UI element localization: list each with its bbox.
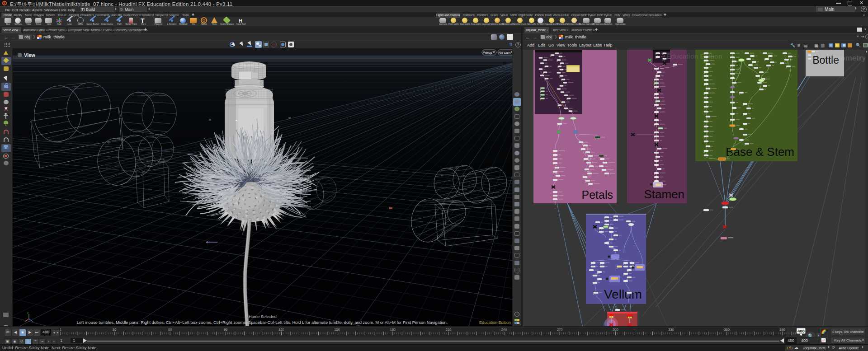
svg-text:390: 390 (780, 328, 786, 332)
svg-text:1: 1 (60, 328, 61, 332)
svg-text:270: 270 (557, 328, 563, 332)
svg-text:Education Edition: Education Edition (479, 320, 511, 325)
svg-text:Base & Stem: Base & Stem (726, 145, 794, 159)
svg-text:90: 90 (224, 328, 227, 332)
svg-text:No cam: No cam (498, 51, 511, 55)
svg-text:60: 60 (168, 328, 172, 332)
svg-text:Geometry: Geometry (830, 54, 867, 62)
svg-text:y: y (27, 311, 28, 314)
svg-text:Petals: Petals (582, 188, 613, 201)
svg-text:300: 300 (613, 328, 618, 332)
svg-text:180: 180 (390, 328, 396, 332)
svg-text:150: 150 (334, 328, 340, 332)
svg-text:240: 240 (501, 328, 507, 332)
svg-text:30: 30 (113, 328, 116, 332)
svg-text:120: 120 (278, 328, 284, 332)
svg-text:400: 400 (797, 328, 805, 333)
svg-text:Left mouse tumbles. Middle pan: Left mouse tumbles. Middle pans. Right d… (77, 320, 448, 325)
svg-text:View: View (24, 52, 35, 58)
svg-text:330: 330 (668, 328, 674, 332)
svg-text:Vellum: Vellum (604, 287, 642, 301)
svg-text:Education Edition: Education Edition (666, 53, 722, 60)
svg-text:360: 360 (724, 328, 730, 332)
svg-text:Persp: Persp (483, 51, 492, 55)
svg-text:Stamen: Stamen (644, 187, 684, 201)
svg-text:Home Selected: Home Selected (249, 314, 277, 319)
svg-text:210: 210 (446, 328, 452, 332)
